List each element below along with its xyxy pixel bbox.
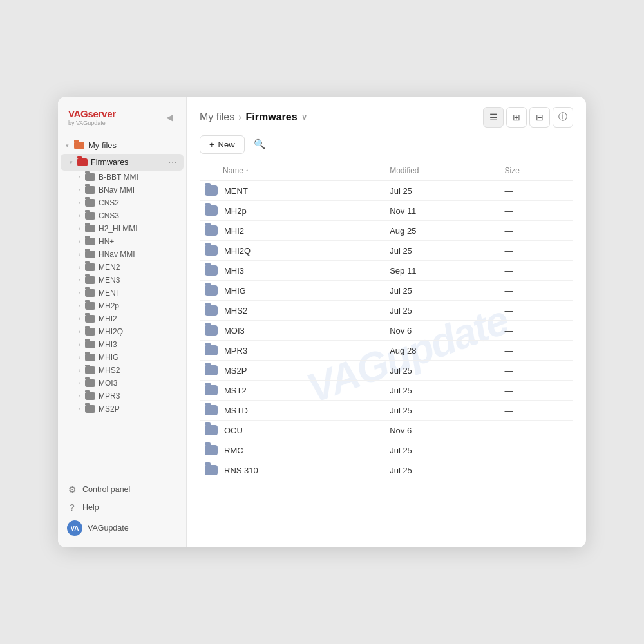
breadcrumb-dropdown-icon[interactable]: ∨ [301, 113, 307, 122]
breadcrumb: My files › Firmwares ∨ [200, 111, 307, 123]
chevron-right-icon: › [79, 393, 80, 399]
sidebar-sub-item-label: MOI3 [99, 379, 117, 388]
sidebar-nav: ▾ My files ▾ Firmwares ⋯ › B-BBT MMI › B… [58, 134, 186, 475]
sidebar-sub-item[interactable]: › MOI3 [61, 377, 184, 390]
new-plus-icon: + [209, 140, 214, 149]
sidebar: VAGserver by VAGupdate ◀ ▾ My files ▾ Fi… [58, 97, 187, 547]
file-size: — [500, 221, 573, 241]
grid-view-button[interactable]: ⊞ [506, 107, 527, 128]
table-row[interactable]: MHIG Jul 25 — [200, 281, 573, 301]
table-row[interactable]: MH2p Nov 11 — [200, 201, 573, 221]
chevron-right-icon: › [79, 406, 80, 412]
sort-arrow-icon: ↑ [245, 167, 249, 175]
file-name: MH2p [224, 206, 247, 216]
table-row[interactable]: MHS2 Jul 25 — [200, 301, 573, 321]
table-row[interactable]: MHI2 Aug 25 — [200, 221, 573, 241]
sidebar-collapse-button[interactable]: ◀ [164, 111, 176, 124]
table-row[interactable]: MOI3 Nov 6 — [200, 321, 573, 341]
sidebar-sub-item-label: MEN2 [99, 263, 120, 272]
info-button[interactable]: ⓘ [553, 107, 573, 128]
file-size: — [500, 261, 573, 281]
sidebar-sub-item[interactable]: › CNS2 [61, 196, 184, 209]
folder-icon [85, 212, 95, 220]
sidebar-item-user[interactable]: VA VAGupdate [58, 516, 186, 540]
folder-icon [205, 365, 218, 375]
sidebar-item-control-panel[interactable]: ⚙ Control panel [58, 480, 186, 498]
breadcrumb-my-files[interactable]: My files [200, 111, 234, 123]
sidebar-sub-item[interactable]: › CNS3 [61, 209, 184, 222]
sidebar-sub-item-label: MHI3 [99, 340, 117, 349]
my-files-label: My files [88, 140, 117, 150]
sidebar-item-help[interactable]: ? Help [58, 498, 186, 516]
folder-icon [205, 405, 218, 415]
table-row[interactable]: RMC Jul 25 — [200, 440, 573, 460]
sidebar-item-firmwares[interactable]: ▾ Firmwares ⋯ [61, 154, 184, 171]
column-modified[interactable]: Modified [384, 161, 499, 181]
sidebar-sub-item-label: MHIG [99, 353, 118, 362]
table-row[interactable]: MHI2Q Jul 25 — [200, 241, 573, 261]
logo-sub: by VAGupdate [68, 120, 116, 126]
table-row[interactable]: MPR3 Aug 28 — [200, 341, 573, 361]
folder-icon [205, 445, 218, 455]
file-name: MS2P [224, 366, 247, 375]
sidebar-sub-item[interactable]: › MHI2Q [61, 325, 184, 338]
sidebar-sub-item[interactable]: › MHIG [61, 351, 184, 364]
chevron-right-icon: › [79, 225, 80, 232]
column-name[interactable]: Name ↑ [200, 161, 384, 181]
file-size: — [500, 421, 573, 440]
folder-icon [85, 276, 95, 284]
sidebar-item-my-files[interactable]: ▾ My files [58, 137, 186, 154]
firmwares-more-button[interactable]: ⋯ [167, 157, 178, 167]
table-row[interactable]: RNS 310 Jul 25 — [200, 460, 573, 480]
table-row[interactable]: MSTD Jul 25 — [200, 401, 573, 421]
sidebar-sub-item[interactable]: › HNav MMI [61, 248, 184, 261]
sidebar-sub-item[interactable]: › MH2p [61, 299, 184, 312]
sidebar-sub-item[interactable]: › MEN2 [61, 261, 184, 274]
file-name-cell: MHI2Q [205, 245, 379, 256]
new-button[interactable]: + New [200, 135, 245, 154]
folder-icon [205, 265, 218, 276]
sidebar-sub-item[interactable]: › H2_HI MMI [61, 222, 184, 235]
folder-icon [85, 315, 95, 323]
sidebar-sub-item[interactable]: › HN+ [61, 235, 184, 248]
table-row[interactable]: MHI3 Sep 11 — [200, 261, 573, 281]
file-modified: Jul 25 [384, 301, 499, 321]
file-size: — [500, 201, 573, 221]
table-row[interactable]: OCU Nov 6 — [200, 421, 573, 440]
folder-icon [205, 305, 218, 316]
chevron-right-icon: › [79, 251, 80, 258]
sidebar-sub-item[interactable]: › MEN3 [61, 274, 184, 287]
sidebar-sub-item[interactable]: › MHI3 [61, 338, 184, 351]
sidebar-sub-item[interactable]: › MHS2 [61, 364, 184, 377]
control-panel-label: Control panel [82, 485, 130, 494]
folder-icon [85, 328, 95, 336]
folder-icon [85, 341, 95, 348]
file-name: MSTD [224, 406, 248, 415]
file-name-cell: MS2P [205, 365, 379, 375]
search-button[interactable]: 🔍 [250, 134, 270, 155]
sidebar-sub-item[interactable]: › BNav MMI [61, 184, 184, 196]
sidebar-sub-item[interactable]: › B-BBT MMI [61, 171, 184, 184]
file-name-cell: MST2 [205, 385, 379, 395]
sidebar-sub-item[interactable]: › MS2P [61, 402, 184, 415]
user-label: VAGupdate [88, 524, 129, 533]
table-row[interactable]: MS2P Jul 25 — [200, 361, 573, 381]
list-icon: ☰ [489, 112, 498, 122]
file-size: — [500, 440, 573, 460]
file-name-cell: OCU [205, 425, 379, 435]
column-size[interactable]: Size [500, 161, 573, 181]
file-name: MHI2 [224, 226, 244, 236]
list-view-button[interactable]: ☰ [483, 107, 504, 128]
folder-icon [85, 238, 95, 245]
table-row[interactable]: MST2 Jul 25 — [200, 381, 573, 401]
file-name: MPR3 [224, 346, 247, 355]
folder-icon [205, 285, 218, 296]
sidebar-sub-item[interactable]: › MPR3 [61, 390, 184, 402]
folder-icon [85, 354, 95, 361]
sidebar-sub-item[interactable]: › MHI2 [61, 312, 184, 325]
table-row[interactable]: MENT Jul 25 — [200, 181, 573, 201]
file-name-cell: RNS 310 [205, 465, 379, 475]
file-name: MST2 [224, 386, 247, 395]
sidebar-sub-item[interactable]: › MENT [61, 287, 184, 299]
table-view-button[interactable]: ⊟ [529, 107, 550, 128]
